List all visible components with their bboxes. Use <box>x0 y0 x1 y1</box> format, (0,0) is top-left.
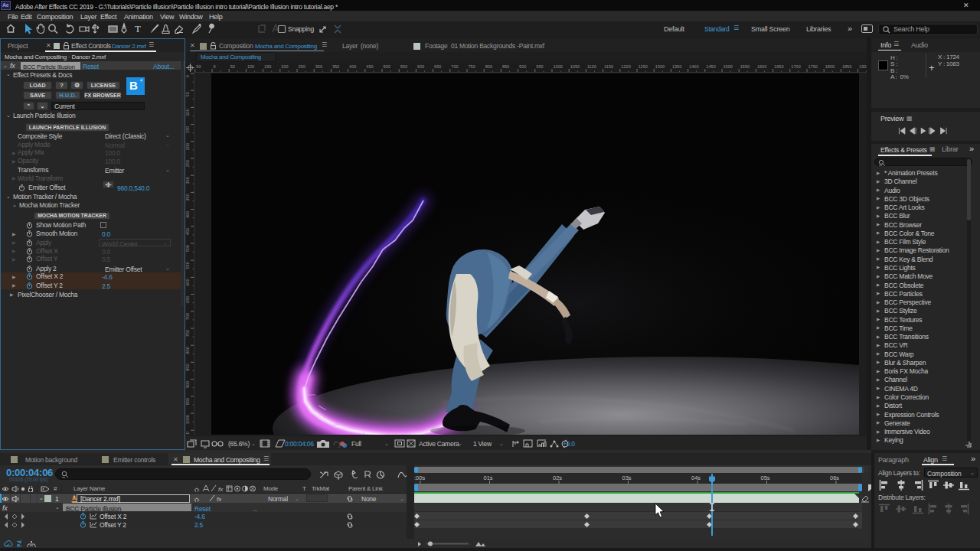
svg-text:650: 650 <box>185 296 190 303</box>
svg-text:01s: 01s <box>484 474 493 481</box>
svg-text:500: 500 <box>384 64 390 69</box>
svg-text:1600: 1600 <box>757 64 766 69</box>
svg-text:1200: 1200 <box>621 64 630 69</box>
svg-text:06s: 06s <box>830 474 839 481</box>
svg-text:450: 450 <box>185 228 190 235</box>
svg-text:250: 250 <box>299 64 305 69</box>
svg-text:03s: 03s <box>622 474 632 481</box>
svg-text:fx: fx <box>217 496 222 503</box>
svg-text:1400: 1400 <box>689 64 698 69</box>
svg-text:200: 200 <box>281 64 288 69</box>
svg-text:900: 900 <box>519 64 526 69</box>
svg-text:1450: 1450 <box>706 64 715 69</box>
svg-text:1550: 1550 <box>740 64 750 69</box>
svg-text:600: 600 <box>417 64 424 69</box>
svg-text:750: 750 <box>469 64 475 69</box>
svg-text:300: 300 <box>185 177 190 184</box>
svg-text:700: 700 <box>451 64 458 69</box>
svg-text:950: 950 <box>185 398 190 405</box>
svg-text:200: 200 <box>185 143 190 150</box>
svg-text:550: 550 <box>185 262 190 269</box>
svg-text:750: 750 <box>185 330 190 337</box>
svg-text:1500: 1500 <box>724 64 733 69</box>
svg-text:400: 400 <box>349 64 356 69</box>
svg-text:150: 150 <box>185 126 190 133</box>
svg-text:1100: 1100 <box>587 64 596 69</box>
svg-text:1900: 1900 <box>859 64 867 69</box>
svg-text:fx: fx <box>218 486 224 493</box>
svg-text:50: 50 <box>185 92 190 96</box>
svg-text:100: 100 <box>247 64 254 69</box>
svg-text:450: 450 <box>366 64 373 69</box>
svg-text:05s: 05s <box>761 474 770 481</box>
svg-text:50: 50 <box>230 64 235 69</box>
svg-text::00s: :00s <box>414 474 425 481</box>
svg-text:800: 800 <box>185 347 190 354</box>
svg-text:150: 150 <box>264 64 271 69</box>
svg-text:T: T <box>135 23 141 34</box>
svg-text:850: 850 <box>502 64 509 69</box>
svg-text:0: 0 <box>214 64 216 69</box>
svg-text:900: 900 <box>185 381 190 388</box>
svg-text:950: 950 <box>536 64 543 69</box>
svg-text:02s: 02s <box>553 474 562 481</box>
svg-text:700: 700 <box>185 313 190 320</box>
svg-text:850: 850 <box>185 364 190 370</box>
svg-text:1700: 1700 <box>791 64 800 69</box>
svg-text:250: 250 <box>185 160 190 167</box>
svg-text:550: 550 <box>400 64 407 69</box>
svg-text:0: 0 <box>185 75 190 77</box>
svg-text:600: 600 <box>185 279 190 285</box>
svg-text:1300: 1300 <box>655 64 665 69</box>
svg-text:1650: 1650 <box>774 64 783 69</box>
svg-text:50: 50 <box>196 64 201 69</box>
svg-text:1050: 1050 <box>570 64 580 69</box>
svg-text:800: 800 <box>485 64 492 69</box>
svg-text:1000: 1000 <box>554 64 563 69</box>
svg-text:400: 400 <box>185 211 190 218</box>
svg-text:1850: 1850 <box>842 64 851 69</box>
svg-text:100: 100 <box>185 109 190 116</box>
svg-text:1250: 1250 <box>639 64 648 69</box>
svg-text:1150: 1150 <box>604 64 613 69</box>
svg-text:650: 650 <box>434 64 441 69</box>
svg-text:1800: 1800 <box>825 64 835 69</box>
svg-text:1350: 1350 <box>672 64 681 69</box>
svg-text:1750: 1750 <box>808 64 818 69</box>
svg-text:350: 350 <box>185 194 190 201</box>
svg-text:500: 500 <box>185 245 190 252</box>
svg-text:04s: 04s <box>691 474 701 481</box>
svg-text:1050: 1050 <box>185 432 190 435</box>
svg-text:350: 350 <box>332 64 339 69</box>
svg-text:1000: 1000 <box>185 415 190 424</box>
svg-text:300: 300 <box>315 64 322 69</box>
